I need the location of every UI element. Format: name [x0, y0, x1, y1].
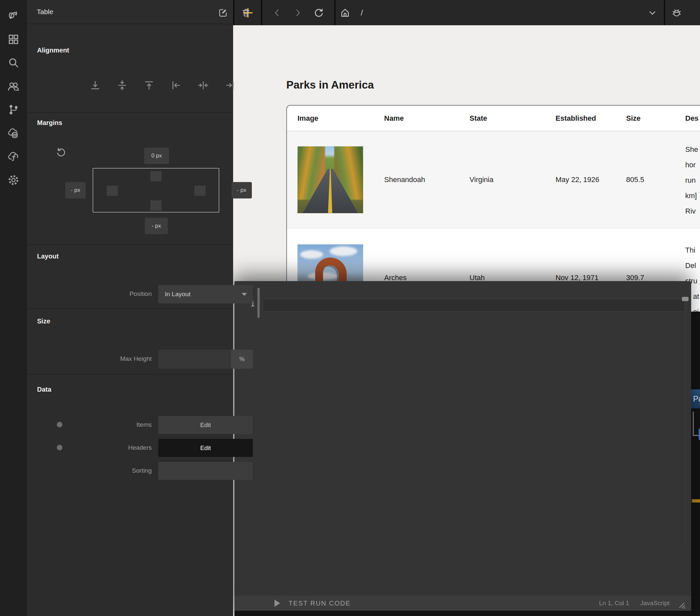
toolbar-divider	[261, 0, 262, 25]
cursor-position: Ln 1, Col 1	[599, 600, 629, 607]
search-icon[interactable]	[4, 53, 23, 72]
home-icon[interactable]	[337, 4, 354, 21]
data-sources-icon[interactable]	[4, 124, 23, 142]
park-description: She hor run km] Riv	[685, 131, 700, 219]
toolbar-divider	[664, 0, 665, 25]
park-size: 805.5	[626, 176, 685, 184]
properties-panel: Table Alignment	[27, 0, 233, 616]
reload-icon[interactable]	[310, 4, 327, 21]
delete-component-button[interactable]	[240, 6, 252, 19]
editor-bottom-edge	[235, 611, 691, 616]
margin-right-input[interactable]: - px	[232, 182, 252, 198]
align-center-horizontal-icon[interactable]	[195, 77, 211, 93]
code-input-line[interactable]	[263, 299, 686, 312]
highlight-bar-fragment	[692, 499, 700, 502]
position-dropdown[interactable]: In Layout	[158, 285, 253, 304]
language-label[interactable]: JavaScript	[640, 600, 670, 607]
dashboard-grid-icon[interactable]	[4, 30, 23, 49]
preview-toolbar: /	[233, 0, 700, 25]
table-row: Shenandoah Virginia May 22, 1926 805.5 S…	[287, 131, 700, 228]
section-divider	[27, 308, 233, 309]
sorting-edit-button[interactable]	[158, 462, 253, 480]
margin-left-handle[interactable]	[107, 185, 118, 196]
panel-scrollbar-thumb[interactable]	[258, 288, 260, 318]
page-path[interactable]: /	[353, 4, 370, 21]
park-name: Shenandoah	[384, 176, 470, 184]
align-left-icon[interactable]	[168, 77, 184, 93]
park-photo-shenandoah	[298, 146, 363, 213]
column-header: State	[470, 114, 555, 123]
settings-gear-icon[interactable]	[4, 171, 23, 189]
cursor-accent-fragment	[699, 429, 700, 440]
items-label: Items	[70, 421, 152, 428]
margins-section-label: Margins	[37, 119, 62, 127]
preview-chevron-down-icon[interactable]	[644, 4, 661, 21]
column-header: Size	[626, 114, 685, 123]
nav-forward-icon[interactable]	[289, 4, 306, 21]
background-editor-strip: Pa	[691, 312, 700, 616]
size-section-label: Size	[37, 318, 50, 325]
column-header: Name	[384, 114, 470, 123]
test-run-code-button[interactable]: TEST RUN CODE	[289, 600, 351, 607]
margin-bottom-handle[interactable]	[150, 201, 162, 210]
margin-top-handle[interactable]	[150, 171, 162, 181]
max-height-unit: %	[231, 350, 253, 369]
align-top-icon[interactable]	[141, 77, 157, 93]
reset-margins-icon[interactable]	[56, 147, 66, 157]
headers-label: Headers	[70, 444, 152, 451]
items-edit-button[interactable]: Edit	[158, 416, 253, 434]
align-center-vertical-icon[interactable]	[114, 77, 130, 93]
git-branch-icon[interactable]	[4, 100, 23, 119]
items-binding-dot	[57, 422, 62, 427]
edit-component-button[interactable]	[217, 6, 229, 19]
section-divider	[27, 112, 233, 113]
layout-section-label: Layout	[37, 253, 59, 260]
column-header: Des	[685, 114, 700, 123]
max-height-label: Max Height	[70, 355, 152, 362]
table-header-row: Image Name State Established Size Des	[287, 106, 700, 131]
margin-bottom-input[interactable]: - px	[145, 218, 168, 234]
functions-icon[interactable]	[4, 147, 23, 166]
section-divider	[27, 244, 233, 245]
park-established: May 22, 1926	[555, 172, 600, 188]
nav-back-icon[interactable]	[268, 4, 286, 21]
section-divider	[27, 374, 233, 375]
editor-status-bar: TEST RUN CODE Ln 1, Col 1 JavaScript	[235, 596, 691, 611]
editor-scrollbar-track	[685, 296, 685, 545]
toddle-logo-icon[interactable]	[4, 6, 23, 25]
background-editor-tab[interactable]: Pa	[691, 389, 700, 408]
sorting-label: Sorting	[70, 467, 152, 474]
component-title: Table	[37, 8, 53, 16]
json-bracket-fragment	[693, 412, 699, 436]
editor-scrollbar-thumb[interactable]	[682, 297, 688, 301]
panel-header: Table	[27, 0, 233, 24]
align-right-icon[interactable]	[222, 77, 238, 93]
position-value: In Layout	[165, 291, 242, 298]
play-icon[interactable]	[274, 600, 280, 607]
max-height-input[interactable]	[158, 350, 231, 369]
margin-right-handle[interactable]	[195, 185, 205, 196]
toolbar-divider	[334, 0, 336, 25]
headers-binding-dot	[57, 445, 62, 450]
resize-grip-icon[interactable]	[676, 600, 686, 609]
align-bottom-icon[interactable]	[87, 77, 103, 93]
margins-diagram	[92, 168, 219, 213]
position-label: Position	[70, 290, 152, 297]
column-header: Image	[298, 114, 384, 123]
column-header: Established	[555, 114, 626, 123]
left-rail	[0, 0, 27, 616]
park-state: Virginia	[470, 176, 555, 184]
data-section-label: Data	[37, 386, 51, 393]
formula-code-editor: 1 TEST RUN CODE Ln 1, Col 1 JavaScript	[235, 281, 691, 616]
page-title: Parks in America	[286, 79, 374, 91]
margin-left-input[interactable]: - px	[65, 182, 86, 198]
chevron-down-icon	[242, 293, 247, 296]
margin-top-input[interactable]: 0 px	[144, 147, 169, 164]
debug-bug-icon[interactable]	[668, 4, 685, 21]
alignment-section-label: Alignment	[37, 47, 69, 54]
users-icon[interactable]	[4, 77, 23, 95]
